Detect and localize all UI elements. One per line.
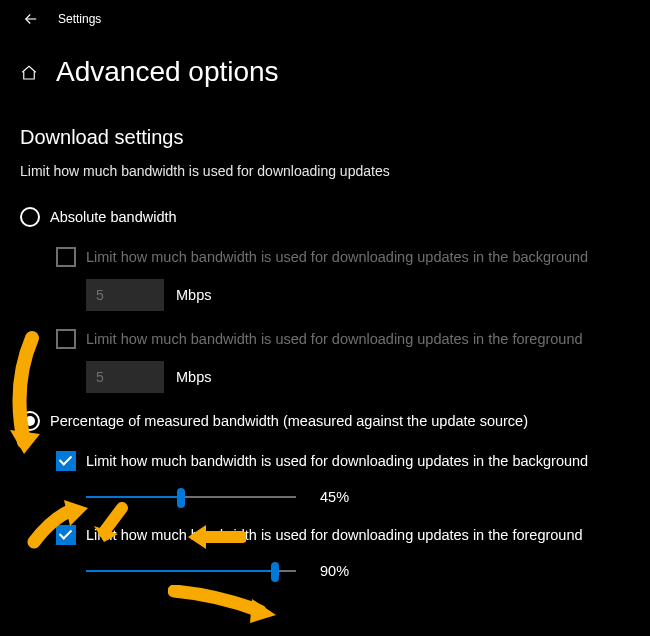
radio-percentage-bandwidth[interactable]: Percentage of measured bandwidth (measur… <box>0 411 650 431</box>
absolute-fg-input-row: Mbps <box>86 361 650 393</box>
section-title: Download settings <box>0 88 650 149</box>
checkbox-icon <box>56 451 76 471</box>
absolute-bg-checkbox[interactable]: Limit how much bandwidth is used for dow… <box>56 247 650 267</box>
radio-label: Percentage of measured bandwidth (measur… <box>50 413 528 429</box>
percentage-bg-slider[interactable] <box>86 487 296 507</box>
radio-absolute-bandwidth[interactable]: Absolute bandwidth <box>0 207 650 227</box>
percentage-fg-slider-row: 90% <box>86 561 650 581</box>
percentage-fg-value: 90% <box>320 563 360 579</box>
checkbox-label: Limit how much bandwidth is used for dow… <box>86 331 583 347</box>
slider-fill <box>86 496 181 498</box>
absolute-fg-checkbox[interactable]: Limit how much bandwidth is used for dow… <box>56 329 650 349</box>
checkbox-icon <box>56 247 76 267</box>
checkbox-label: Limit how much bandwidth is used for dow… <box>86 453 588 469</box>
radio-icon <box>20 411 40 431</box>
annotation-arrow-icon <box>168 585 278 625</box>
percentage-fg-slider[interactable] <box>86 561 296 581</box>
slider-fill <box>86 570 275 572</box>
percentage-block: Limit how much bandwidth is used for dow… <box>0 451 650 581</box>
checkbox-icon <box>56 329 76 349</box>
section-desc: Limit how much bandwidth is used for dow… <box>0 149 650 179</box>
radio-icon <box>20 207 40 227</box>
absolute-block: Limit how much bandwidth is used for dow… <box>0 247 650 393</box>
absolute-bg-input-row: Mbps <box>86 279 650 311</box>
percentage-bg-checkbox[interactable]: Limit how much bandwidth is used for dow… <box>56 451 650 471</box>
checkbox-label: Limit how much bandwidth is used for dow… <box>86 527 583 543</box>
home-icon[interactable] <box>20 64 38 86</box>
slider-thumb <box>177 488 185 508</box>
header: Advanced options <box>0 28 650 88</box>
radio-label: Absolute bandwidth <box>50 209 177 225</box>
app-title: Settings <box>58 12 101 26</box>
back-icon[interactable] <box>22 10 40 28</box>
slider-thumb <box>271 562 279 582</box>
titlebar: Settings <box>0 0 650 28</box>
page-title: Advanced options <box>56 56 279 88</box>
checkbox-label: Limit how much bandwidth is used for dow… <box>86 249 588 265</box>
absolute-bg-unit: Mbps <box>176 287 211 303</box>
percentage-bg-value: 45% <box>320 489 360 505</box>
percentage-fg-checkbox[interactable]: Limit how much bandwidth is used for dow… <box>56 525 650 545</box>
checkbox-icon <box>56 525 76 545</box>
absolute-bg-input[interactable] <box>86 279 164 311</box>
absolute-fg-input[interactable] <box>86 361 164 393</box>
percentage-bg-slider-row: 45% <box>86 487 650 507</box>
absolute-fg-unit: Mbps <box>176 369 211 385</box>
